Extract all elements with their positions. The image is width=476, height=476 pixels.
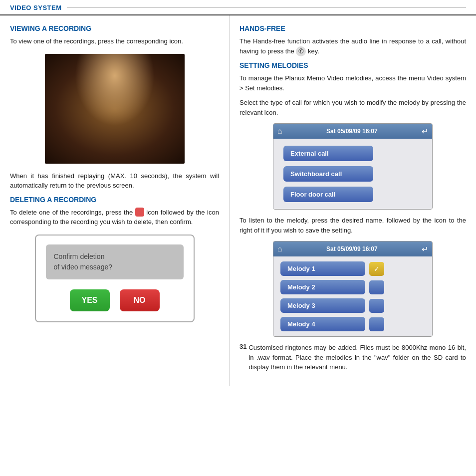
home-icon: ⌂ (277, 127, 282, 136)
deleting-recording-title: DELETING A RECORDING (10, 196, 219, 204)
recording-image (45, 54, 185, 164)
melodies-para4: Customised ringtones may be added. Files… (248, 343, 466, 372)
delete-icon (135, 208, 144, 217)
back-icon: ↵ (422, 127, 428, 136)
external-call-button[interactable]: External call (283, 146, 373, 161)
melodies-para1: To manage the Planux Memo Video melodies… (239, 73, 466, 93)
confirm-line1: Confirm deletion (54, 252, 105, 260)
confirm-dialog: Confirm deletion of video message? YES N… (35, 235, 195, 322)
home-icon-2: ⌂ (277, 244, 282, 253)
melody-body: Melody 1 ✓ Melody 2 Melody 3 Melody 4 (273, 256, 432, 336)
no-button[interactable]: NO (120, 289, 160, 311)
main-content: VIEWING A RECORDING To view one of the r… (0, 15, 476, 386)
melody-4-button[interactable]: Melody 4 (280, 317, 365, 331)
page-number: 31 (239, 343, 246, 350)
header-title: VIDEO SYSTEM (10, 4, 62, 11)
bottom-note: 31 Customised ringtones may be added. Fi… (239, 343, 466, 377)
melody-3-select-icon[interactable] (369, 299, 384, 313)
back-icon-2: ↵ (422, 244, 428, 254)
call-screen-header: ⌂ Sat 05/09/09 16:07 ↵ (273, 124, 432, 139)
phone-key-icon: ✆ (296, 46, 306, 56)
melody-screen-time: Sat 05/09/09 16:07 (326, 245, 378, 252)
page-header: VIDEO SYSTEM (0, 0, 476, 15)
melody-2-button[interactable]: Melody 2 (280, 280, 365, 294)
viewing-recording-para2: When it has finished replaying (MAX. 10 … (10, 171, 219, 191)
viewing-recording-para1: To view one of the recordings, press the… (10, 36, 219, 46)
viewing-recording-section: VIEWING A RECORDING To view one of the r… (10, 24, 219, 191)
melody-row-1: Melody 1 ✓ (280, 261, 425, 276)
header-divider (67, 7, 466, 8)
confirm-text-box: Confirm deletion of video message? (46, 244, 184, 279)
melodies-para3: To listen to the melody, press the desir… (239, 216, 466, 235)
melody-row-4: Melody 4 (280, 317, 425, 331)
hands-free-para1: The Hands-free function activates the au… (239, 36, 466, 56)
setting-melodies-title: SETTING MELODIES (239, 61, 466, 69)
deleting-recording-section: DELETING A RECORDING To delete one of th… (10, 196, 219, 322)
melody-selection-screen: ⌂ Sat 05/09/09 16:07 ↵ Melody 1 ✓ Melody… (273, 241, 433, 337)
yes-button[interactable]: YES (70, 289, 110, 311)
hands-free-section: HANDS-FREE The Hands-free function activ… (239, 24, 466, 56)
melody-2-select-icon[interactable] (369, 280, 384, 294)
melody-3-button[interactable]: Melody 3 (280, 298, 365, 313)
confirm-buttons: YES NO (46, 289, 184, 311)
right-column: HANDS-FREE The Hands-free function activ… (230, 15, 476, 386)
floor-door-call-button[interactable]: Floor door call (283, 187, 373, 202)
hands-free-title: HANDS-FREE (239, 24, 466, 32)
setting-melodies-section: SETTING MELODIES To manage the Planux Me… (239, 61, 466, 377)
deleting-recording-para1: To delete one of the recordings, press t… (10, 208, 219, 227)
left-column: VIEWING A RECORDING To view one of the r… (0, 15, 230, 386)
melody-row-3: Melody 3 (280, 298, 425, 313)
call-type-screen: ⌂ Sat 05/09/09 16:07 ↵ External call Swi… (273, 123, 433, 210)
confirm-line2: of video message? (54, 263, 113, 271)
melody-row-2: Melody 2 (280, 280, 425, 294)
call-screen-time: Sat 05/09/09 16:07 (326, 128, 378, 135)
melody-1-check-icon[interactable]: ✓ (369, 262, 384, 276)
melodies-para2: Select the type of call for which you wi… (239, 98, 466, 117)
melody-screen-header: ⌂ Sat 05/09/09 16:07 ↵ (273, 241, 432, 256)
recording-image-inner (45, 54, 185, 164)
switchboard-call-button[interactable]: Switchboard call (283, 166, 373, 182)
melody-4-select-icon[interactable] (369, 317, 384, 331)
viewing-recording-title: VIEWING A RECORDING (10, 24, 219, 32)
call-screen-body: External call Switchboard call Floor doo… (273, 139, 432, 209)
melody-1-button[interactable]: Melody 1 (280, 261, 365, 276)
